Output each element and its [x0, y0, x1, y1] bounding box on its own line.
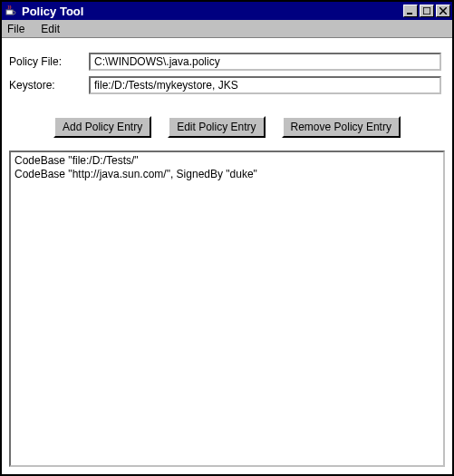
svg-rect-0: [6, 10, 13, 15]
button-row: Add Policy Entry Edit Policy Entry Remov…: [7, 100, 447, 151]
content-area: Policy File: Keystore: Add Policy Entry …: [2, 38, 452, 474]
app-window: Policy Tool File Edit Policy File: Keyst…: [0, 0, 454, 476]
policy-file-input[interactable]: [89, 53, 441, 71]
policy-file-row: Policy File:: [7, 53, 447, 71]
edit-policy-entry-button[interactable]: Edit Policy Entry: [168, 116, 265, 138]
window-controls: [403, 5, 450, 17]
list-item[interactable]: CodeBase "file:/D:/Tests/": [14, 154, 440, 168]
menu-file[interactable]: File: [7, 23, 24, 35]
keystore-row: Keystore:: [7, 76, 447, 94]
maximize-button[interactable]: [420, 5, 434, 17]
keystore-input[interactable]: [89, 76, 441, 94]
svg-rect-2: [423, 7, 430, 15]
policy-entries-list[interactable]: CodeBase "file:/D:/Tests/" CodeBase "htt…: [9, 151, 445, 467]
keystore-label: Keystore:: [7, 79, 89, 92]
menubar: File Edit: [2, 20, 452, 38]
form-area: Policy File: Keystore:: [7, 44, 447, 100]
close-button[interactable]: [436, 5, 450, 17]
minimize-button[interactable]: [403, 5, 418, 17]
window-title: Policy Tool: [22, 5, 403, 18]
menu-edit[interactable]: Edit: [41, 23, 60, 35]
svg-rect-1: [407, 13, 412, 15]
list-item[interactable]: CodeBase "http://java.sun.com/", SignedB…: [14, 168, 440, 181]
remove-policy-entry-button[interactable]: Remove Policy Entry: [282, 116, 401, 138]
titlebar: Policy Tool: [2, 2, 452, 20]
java-cup-icon: [4, 4, 18, 18]
policy-file-label: Policy File:: [7, 55, 89, 68]
add-policy-entry-button[interactable]: Add Policy Entry: [53, 116, 151, 138]
